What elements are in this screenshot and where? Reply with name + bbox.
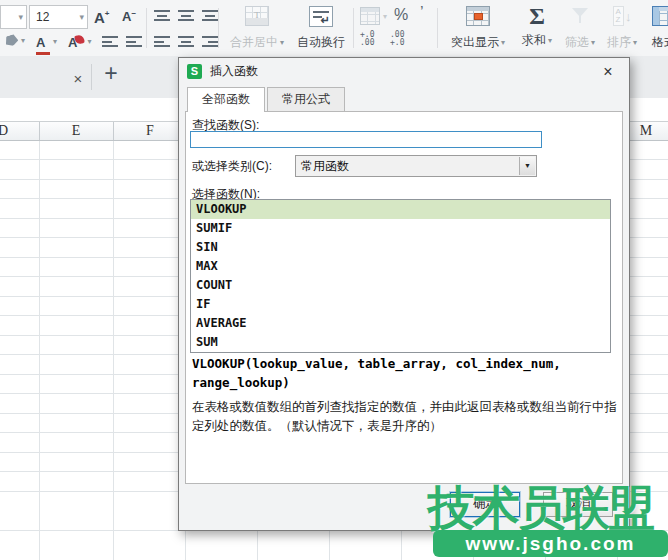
watermark-url-badge: www.jsgho.com: [433, 530, 668, 557]
align-bottom-icon[interactable]: [202, 10, 218, 21]
font-name-dropdown[interactable]: ▾: [0, 5, 27, 29]
decrease-font-size-button[interactable]: A−: [122, 9, 136, 24]
function-description: 在表格或数值数组的首列查找指定的数值，并由此返回表格或数组当前行中指定列处的数值…: [192, 398, 619, 437]
chevron-down-icon: ▾: [15, 12, 26, 22]
search-function-input[interactable]: [190, 131, 542, 148]
letter-a: A: [36, 35, 45, 50]
tabstrip-divider: [91, 64, 92, 90]
decrease-decimal-button[interactable]: .00+.0: [390, 31, 404, 47]
tab-common-formulas[interactable]: 常用公式: [267, 87, 345, 111]
dialog-titlebar[interactable]: S 插入函数: [179, 58, 629, 85]
close-icon[interactable]: ×: [599, 63, 617, 81]
chevron-down-icon: ▼: [524, 162, 531, 169]
wrap-text-button[interactable]: ↵ 自动换行: [292, 3, 350, 55]
align-right-icon[interactable]: [202, 36, 218, 47]
sort-button[interactable]: AZ ↓ 排序▾: [601, 3, 643, 55]
font-color-bar: [36, 52, 50, 55]
toolbar-separator: [146, 8, 147, 48]
new-tab-icon[interactable]: +: [99, 60, 123, 87]
decrease-indent-icon[interactable]: [102, 36, 118, 47]
toolbar-separator: [353, 8, 354, 48]
format-button[interactable]: 格式: [644, 3, 668, 55]
highlight-color-button[interactable]: A ▾: [68, 33, 91, 51]
highlight-table-icon: [466, 6, 490, 26]
align-top-icon[interactable]: [154, 10, 170, 21]
chevron-down-icon: ▾: [591, 38, 595, 47]
merge-cells-icon: T: [245, 6, 269, 26]
sort-az-icon: AZ ↓: [613, 6, 632, 26]
toolbar-separator: [218, 8, 219, 48]
minus-icon: −: [131, 9, 136, 18]
chevron-down-icon: ▾: [76, 12, 87, 22]
chevron-down-icon: ▾: [383, 12, 387, 21]
fill-color-button[interactable]: ▾: [5, 35, 25, 46]
plus-icon: +: [105, 9, 110, 18]
paint-bucket-icon: [4, 33, 20, 47]
letter-a: A: [94, 9, 105, 26]
ribbon-toolbar: ▾ 12 ▾ A+ A− ▾ A ▾ A: [0, 0, 668, 57]
category-value: 常用函数: [301, 156, 349, 176]
dropdown-arrow-button[interactable]: ▼: [519, 157, 535, 175]
align-left-icon[interactable]: [154, 36, 170, 47]
function-list-item[interactable]: COUNT: [191, 276, 610, 295]
highlight-rules-button[interactable]: 突出显示▾: [443, 3, 513, 55]
font-size-value: 12: [30, 10, 76, 24]
currency-format-button[interactable]: ▾: [360, 7, 387, 25]
chevron-down-icon: ▾: [501, 38, 505, 47]
comma-format-button[interactable]: ’: [420, 4, 424, 22]
increase-font-size-button[interactable]: A+: [94, 9, 110, 26]
tab-all-functions[interactable]: 全部函数: [187, 87, 265, 112]
font-color-button[interactable]: A ▾: [36, 33, 57, 55]
grid-vline: [39, 141, 40, 560]
format-table-icon: [652, 6, 668, 26]
insert-function-dialog: S 插入函数 × 全部函数 常用公式 查找函数(S): 或选择类别(C): 常用…: [178, 57, 630, 531]
app-window: D E F M ▾ 12 ▾ A+ A− ▾ A: [0, 0, 668, 560]
align-middle-icon[interactable]: [178, 10, 194, 21]
chevron-down-icon: ▾: [21, 36, 25, 45]
function-list-item[interactable]: VLOOKUP: [191, 200, 610, 219]
function-listbox: VLOOKUPSUMIFSINMAXCOUNTIFAVERAGESUM: [190, 199, 611, 353]
increase-decimal-button[interactable]: +.0.00: [360, 31, 374, 47]
dialog-tabs: 全部函数 常用公式: [187, 87, 347, 112]
align-center-icon[interactable]: [178, 36, 194, 47]
category-dropdown[interactable]: 常用函数 ▼: [295, 155, 537, 177]
function-list-item[interactable]: MAX: [191, 257, 610, 276]
chevron-down-icon: ▾: [280, 38, 284, 47]
dialog-panel: 查找函数(S): 或选择类别(C): 常用函数 ▼ 选择函数(N): VLOOK…: [185, 111, 623, 484]
function-list-item[interactable]: SUMIF: [191, 219, 610, 238]
percent-format-button[interactable]: %: [394, 6, 408, 24]
column-header-d[interactable]: D: [0, 121, 40, 140]
merge-center-button[interactable]: T 合并居中▾: [224, 3, 290, 55]
grid-vline: [113, 141, 114, 560]
chevron-down-icon: ▾: [87, 37, 91, 46]
chevron-down-icon: ▾: [548, 36, 552, 45]
increase-indent-icon[interactable]: [126, 36, 142, 47]
letter-a: A: [122, 9, 131, 24]
filter-button[interactable]: 筛选▾: [560, 3, 600, 55]
chevron-down-icon: ▾: [633, 38, 637, 47]
category-label: 或选择类别(C):: [192, 158, 272, 175]
wps-spreadsheet-icon: S: [187, 64, 202, 79]
function-list-item[interactable]: SUM: [191, 333, 610, 352]
watermark-brand-text: 技术员联盟: [428, 484, 668, 531]
column-header-e[interactable]: E: [39, 121, 114, 140]
chevron-down-icon: ▾: [53, 37, 57, 46]
sigma-icon: Σ: [529, 4, 545, 28]
font-size-dropdown[interactable]: 12 ▾: [29, 5, 88, 29]
function-list-item[interactable]: IF: [191, 295, 610, 314]
wrap-text-icon: ↵: [309, 6, 333, 27]
dialog-title: 插入函数: [210, 63, 258, 80]
function-signature: VLOOKUP(lookup_value, table_array, col_i…: [192, 355, 616, 393]
column-header-f[interactable]: F: [113, 121, 188, 140]
autosum-button[interactable]: Σ 求和▾: [514, 1, 560, 53]
function-list-item[interactable]: SIN: [191, 238, 610, 257]
toolbar-separator: [437, 8, 438, 48]
function-list-item[interactable]: AVERAGE: [191, 314, 610, 333]
currency-format-icon: [360, 7, 380, 25]
close-tab-icon[interactable]: ×: [70, 70, 86, 87]
funnel-icon: [571, 6, 589, 24]
